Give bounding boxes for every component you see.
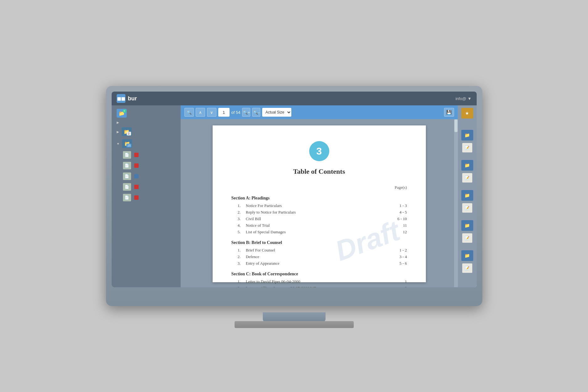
right-panel-doc-3[interactable]: 📝 (462, 203, 472, 213)
main-area: 📁 + ▶ ▶ 📁 2 (112, 105, 477, 287)
sidebar-item-folder-add[interactable]: 📁 + (112, 108, 181, 119)
app-logo-icon: ◼◼ (117, 94, 125, 103)
sidebar-item-doc-5[interactable]: 📄 (112, 193, 181, 202)
folder-badge-15: 15 (126, 144, 131, 147)
doc-icon-1: 📄 (123, 151, 131, 159)
doc-icon-2: 📄 (123, 162, 131, 169)
next-page-button[interactable]: ∨ (207, 108, 216, 117)
sidebar-item-folder-2[interactable]: ▶ 📁 2 (112, 126, 181, 137)
zoom-select[interactable]: Actual Size Fit Page Fit Width 50% 75% 1… (262, 108, 291, 117)
app-logo-text: bur (128, 95, 137, 102)
toc-item: 2.Reply to Notice for Particulars4 - 5 (231, 210, 407, 215)
toc-item-text: Letter to Allianz Insurance 26-05-2000 W… (241, 286, 382, 287)
folder-badge15-icon: 📁 15 (122, 139, 132, 148)
toc-item-text: Notice For Particulars (241, 203, 382, 208)
scrollbar-thumb[interactable] (454, 119, 458, 132)
toc-item: 2.Defence3 - 4 (231, 254, 407, 259)
toc-section-header: Section A: Pleadings (231, 196, 407, 201)
folder-badge-2: 2 (127, 132, 131, 135)
search-button[interactable]: 🔍 (184, 108, 194, 117)
right-panel: ★ 📁 📝 📁 📝 📁 📝 📁 📝 📁 📝 (458, 105, 477, 287)
right-panel-folder-5[interactable]: 📁 (461, 250, 473, 261)
toc-item-num: 5. (231, 230, 241, 235)
doc-badge-red-2 (134, 163, 139, 168)
toc-item-pages: 6 - 10 (382, 216, 407, 221)
toc-item-num: 1. (231, 279, 241, 284)
toc-item: 4.Notice of Trial11 (231, 223, 407, 228)
right-panel-folder-1[interactable]: 📁 (461, 130, 473, 140)
toc-item-num: 3. (231, 261, 241, 266)
doc-icon-3: 📄 (123, 172, 131, 180)
sidebar-item-arrow[interactable]: ▶ (112, 120, 181, 125)
top-bar: ◼◼ bur info@ ▼ (112, 92, 477, 105)
viewer-toolbar: 🔍 ∧ ∨ of 54 🔍+ 🔍- Actual Size Fit Page F… (181, 105, 458, 119)
toc-item: 5.List of Special Damages12 (231, 230, 407, 235)
toc-item-text: Letter to David Piper 06-04-2000 (241, 279, 382, 284)
toc-item-text: Entry of Appearance (241, 261, 382, 266)
toc-item-text: Brief For Counsel (241, 248, 382, 253)
right-panel-doc-4[interactable]: 📝 (462, 233, 472, 243)
doc-icon-5: 📄 (123, 194, 131, 201)
sidebar-item-folder-15[interactable]: ▼ 📁 15 (112, 138, 181, 149)
zoom-out-button[interactable]: 🔍- (252, 108, 260, 117)
sidebar-item-doc-3[interactable]: 📄 (112, 172, 181, 181)
monitor-screen: ◼◼ bur info@ ▼ 📁 + (112, 92, 477, 287)
sidebar-chevron-icon: ▶ (117, 130, 119, 134)
sidebar-down-icon: ▼ (117, 142, 120, 146)
toc-item-text: List of Special Damages (241, 230, 382, 235)
right-panel-doc-1[interactable]: 📝 (462, 143, 472, 152)
doc-scroll-area[interactable]: Draft 3 Table of Contents Page(s) Sectio… (181, 119, 458, 287)
pages-header: Page(s) (231, 185, 407, 190)
toc-item-pages: 12 (382, 230, 407, 235)
sidebar-arrow-icon: ▶ (117, 121, 119, 124)
zoom-in-button[interactable]: 🔍+ (242, 108, 250, 117)
right-panel-folder-3[interactable]: 📁 (461, 190, 473, 201)
right-panel-doc-2[interactable]: 📝 (462, 173, 472, 183)
monitor-outer: ◼◼ bur info@ ▼ 📁 + (106, 86, 482, 306)
toc-item: 3.Entry of Appearance5 - 6 (231, 261, 407, 266)
toc-item-num: 1. (231, 203, 241, 208)
toc-item-pages: 1 - 3 (382, 203, 407, 208)
toc-item-pages: 1 - 2 (382, 248, 407, 253)
right-panel-folder-2[interactable]: 📁 (461, 160, 473, 171)
right-panel-doc-5[interactable]: 📝 (462, 263, 472, 273)
of-label: of 54 (231, 110, 241, 115)
toc-section-header: Section B: Brief to Counsel (231, 240, 407, 245)
viewer-area: 🔍 ∧ ∨ of 54 🔍+ 🔍- Actual Size Fit Page F… (181, 105, 458, 287)
page-input[interactable] (218, 108, 230, 117)
top-bar-left: ◼◼ bur (117, 94, 137, 103)
monitor-foot (235, 321, 354, 328)
doc-badge-red-4 (134, 195, 139, 200)
toc-item-text: Defence (241, 254, 382, 259)
right-panel-btn-gold[interactable]: ★ (461, 108, 473, 119)
toc-item-num: 4. (231, 223, 241, 228)
toc-item-num: 2. (231, 254, 241, 259)
top-bar-info: info@ (455, 96, 466, 101)
toc-item-pages: 4 - 5 (382, 210, 407, 215)
toc-content: Section A: Pleadings1.Notice For Particu… (231, 196, 407, 287)
monitor-stand (263, 312, 326, 322)
toc-item: 1.Brief For Counsel1 - 2 (231, 248, 407, 253)
sidebar-item-doc-1[interactable]: 📄 (112, 150, 181, 160)
page-number-badge: 3 (309, 141, 329, 161)
toc-item-pages: 3 - 4 (382, 254, 407, 259)
toc-item: 1.Letter to David Piper 06-04-20001 (231, 279, 407, 284)
doc-badge-red-1 (134, 153, 139, 157)
toc-item-pages: 5 - 6 (382, 261, 407, 266)
right-panel-folder-4[interactable]: 📁 (461, 220, 473, 231)
save-button[interactable]: 💾 (444, 108, 454, 117)
document-title: Table of Contents (231, 167, 407, 176)
folder-badge2-icon: 📁 2 (122, 127, 132, 136)
sidebar-item-doc-2[interactable]: 📄 (112, 161, 181, 170)
toc-item-pages: 2 (382, 286, 407, 287)
prev-page-button[interactable]: ∧ (196, 108, 205, 117)
scrollbar-track[interactable] (454, 119, 458, 287)
toc-item-text: Reply to Notice for Particulars (241, 210, 382, 215)
toc-section-header: Section C: Book of Correspondence (231, 272, 407, 277)
top-bar-right[interactable]: info@ ▼ (455, 96, 471, 101)
top-bar-dropdown-icon: ▼ (468, 96, 472, 101)
toc-item-pages: 1 (382, 279, 407, 284)
doc-badge-red-3 (134, 185, 139, 189)
sidebar-item-doc-4[interactable]: 📄 (112, 182, 181, 192)
document-page: Draft 3 Table of Contents Page(s) Sectio… (213, 125, 426, 282)
